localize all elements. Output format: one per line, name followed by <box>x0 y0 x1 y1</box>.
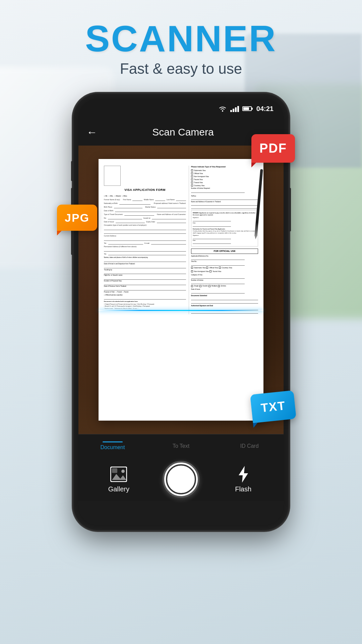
svg-marker-5 <box>239 466 248 483</box>
phone-wrapper: PDF JPG TXT <box>74 94 288 530</box>
jpg-badge: JPG <box>57 205 107 235</box>
form-row: No: Issued at: <box>104 217 186 219</box>
form-row: Current Address: <box>104 235 186 237</box>
form-row <box>104 249 186 252</box>
signal-icon <box>230 105 239 112</box>
action-bar: Gallery Flash <box>78 458 284 501</box>
form-row: Occupation (type of work position and na… <box>104 224 186 226</box>
form-row: Permanent Address (if different from abo… <box>104 246 186 248</box>
tab-to-text-label: To Text <box>173 443 189 449</box>
app-subtitle: Fast & easy to use <box>0 60 362 77</box>
gallery-label: Gallery <box>108 485 129 493</box>
flash-label: Flash <box>235 485 251 493</box>
form-row: Date of Issue: Expiry Date: <box>104 220 186 223</box>
official-use-title: FOR OFFICIAL USE <box>191 249 258 254</box>
header-title: Scan Camera <box>104 126 262 138</box>
top-section: SCANNER Fast & easy to use <box>0 20 362 77</box>
tab-document-label: Document <box>101 444 125 450</box>
form-row <box>104 227 186 230</box>
tab-to-text[interactable]: To Text <box>147 443 215 449</box>
svg-point-0 <box>222 110 223 112</box>
txt-badge: TXT <box>251 392 305 426</box>
form-row: Type of Travel Document: Name and Addres… <box>104 213 186 216</box>
gallery-icon-container <box>110 466 127 483</box>
flash-button[interactable]: Flash <box>220 466 267 493</box>
capture-btn-inner <box>166 464 196 494</box>
tab-bar: Document To Text ID Card <box>78 434 284 458</box>
form-row: Former Name (if any):First NameMiddle Na… <box>104 198 186 201</box>
scan-line <box>99 310 263 311</box>
camera-view: VISA APPLICATION FORM □ Mr.□ Mrs.□ Maste… <box>78 146 284 434</box>
tab-id-card-label: ID Card <box>240 443 258 449</box>
form-row: Date of Birth: <box>104 209 186 212</box>
visa-document: VISA APPLICATION FORM □ Mr.□ Mrs.□ Maste… <box>99 159 263 421</box>
form-row: Tel.: <box>104 253 186 255</box>
capture-button[interactable] <box>163 461 199 498</box>
phone-btn-volume-mute <box>71 161 73 181</box>
pdf-label: PDF <box>259 141 287 156</box>
flash-icon-container <box>235 466 252 483</box>
back-button[interactable]: ← <box>86 127 97 138</box>
flash-icon <box>236 466 251 483</box>
pdf-badge: PDF <box>251 134 305 168</box>
status-time: 04:21 <box>256 105 274 113</box>
form-row: Birth Place: Marital Status: <box>104 206 186 208</box>
app-title: SCANNER <box>0 20 362 57</box>
tab-document[interactable]: Document <box>78 441 147 450</box>
doc-title: VISA APPLICATION FORM <box>104 188 186 192</box>
battery-icon <box>242 106 252 111</box>
svg-point-4 <box>121 470 125 473</box>
gallery-icon <box>110 467 127 482</box>
status-bar: 04:21 <box>78 99 284 119</box>
phone-btn-power <box>289 188 291 231</box>
doc-photo-box <box>104 166 121 186</box>
svg-marker-3 <box>112 474 126 480</box>
svg-rect-2 <box>112 468 117 473</box>
form-row: Tel.: E-mail: <box>104 242 186 245</box>
form-row <box>104 238 186 241</box>
wifi-icon <box>218 105 227 112</box>
form-row <box>104 231 186 234</box>
tab-active-indicator <box>103 441 123 442</box>
txt-label: TXT <box>260 398 286 415</box>
tab-id-card[interactable]: ID Card <box>215 443 284 449</box>
status-icons: 04:21 <box>218 105 274 113</box>
gallery-button[interactable]: Gallery <box>95 466 142 493</box>
form-row: Nationality at Birth: Proposed address/ … <box>104 202 186 205</box>
jpg-label: JPG <box>65 211 89 224</box>
